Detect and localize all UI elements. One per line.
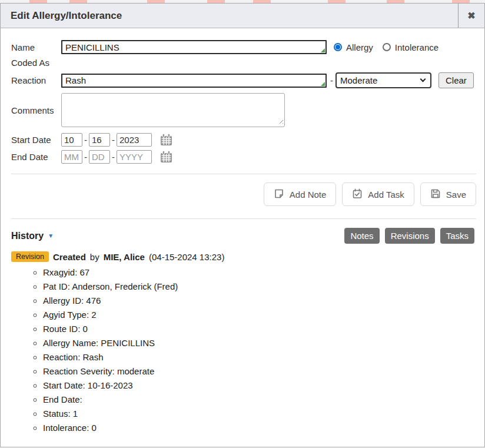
reaction-label: Reaction: [11, 75, 61, 85]
history-detail-item: Route ID: 0: [43, 324, 476, 334]
history-detail-list: Rxagyid: 67Pat ID: Anderson, Frederick (…: [11, 267, 476, 433]
name-input[interactable]: [61, 40, 327, 54]
history-detail-item: Start Date: 10-16-2023: [43, 380, 476, 390]
start-date-row: Start Date - -: [11, 133, 476, 147]
end-month-input[interactable]: [61, 150, 82, 164]
end-day-input[interactable]: [89, 150, 110, 164]
type-radio-group: Allergy Intolerance: [334, 42, 439, 52]
dialog-title: Edit Allergy/Intolerance: [1, 4, 458, 28]
comments-textarea[interactable]: [61, 93, 285, 127]
calendar-icon[interactable]: [160, 133, 173, 147]
date-dash: -: [84, 135, 87, 145]
history-heading: History: [11, 231, 44, 241]
add-task-label: Add Task: [368, 190, 404, 200]
reaction-input[interactable]: [61, 74, 327, 88]
end-year-input[interactable]: [117, 150, 152, 164]
history-detail-item: Intolerance: 0: [43, 423, 476, 433]
save-button[interactable]: Save: [420, 182, 476, 206]
coded-as-row: Coded As: [11, 58, 476, 68]
clear-button[interactable]: Clear: [439, 72, 474, 88]
history-filter-buttons: Notes Revisions Tasks: [344, 228, 476, 244]
history-detail-item: Allergy Name: PENICILLINS: [43, 338, 476, 348]
history-divider: [11, 218, 476, 219]
add-note-button[interactable]: Add Note: [264, 182, 337, 206]
entry-timestamp: (04-15-2024 13:23): [149, 252, 224, 262]
radio-unselected-icon: [383, 43, 391, 51]
note-icon: [274, 188, 284, 201]
entry-by-word: by: [90, 252, 99, 262]
dialog-body: Name Allergy Intolerance Coded As: [1, 28, 484, 447]
start-day-input[interactable]: [89, 133, 110, 147]
history-detail-item: Reaction: Rash: [43, 352, 476, 362]
history-entry-header: Revision Created by MIE, Alice (04-15-20…: [11, 251, 476, 262]
entry-author: MIE, Alice: [104, 252, 145, 262]
caret-down-icon: ▼: [48, 233, 54, 239]
history-detail-item: Status: 1: [43, 409, 476, 419]
end-date-row: End Date - -: [11, 150, 476, 164]
allergy-radio[interactable]: Allergy: [334, 42, 373, 52]
notes-button[interactable]: Notes: [344, 228, 379, 244]
reaction-severity-dash: -: [330, 75, 333, 85]
comments-label: Comments: [11, 105, 61, 115]
history-toggle[interactable]: History ▼: [11, 231, 54, 241]
form-divider: [11, 174, 476, 174]
history-detail-item: Allergy ID: 476: [43, 296, 476, 306]
dialog-header: Edit Allergy/Intolerance ✖: [1, 4, 484, 28]
severity-select[interactable]: Moderate: [335, 72, 431, 88]
save-label: Save: [446, 190, 466, 200]
revision-badge: Revision: [11, 251, 49, 262]
history-detail-item: Reaction Severity: moderate: [43, 366, 476, 376]
revisions-button[interactable]: Revisions: [385, 228, 435, 244]
add-task-button[interactable]: Add Task: [342, 182, 414, 206]
edit-allergy-dialog: Edit Allergy/Intolerance ✖ Name Allergy …: [0, 3, 485, 447]
history-detail-item: End Date:: [43, 394, 476, 404]
end-date-label: End Date: [11, 152, 61, 162]
history-detail-item: Rxagyid: 67: [43, 267, 476, 277]
date-dash: -: [112, 135, 115, 145]
allergy-radio-label: Allergy: [346, 42, 373, 52]
entry-action: Created: [53, 252, 86, 262]
radio-selected-icon: [334, 43, 342, 51]
comments-row: Comments: [11, 93, 476, 127]
history-header: History ▼ Notes Revisions Tasks: [11, 228, 476, 244]
close-button[interactable]: ✖: [458, 4, 484, 28]
intolerance-radio[interactable]: Intolerance: [383, 42, 439, 52]
start-year-input[interactable]: [117, 133, 152, 147]
reaction-row: Reaction - Moderate Clear: [11, 72, 476, 88]
calendar-icon[interactable]: [160, 150, 173, 164]
start-month-input[interactable]: [61, 133, 82, 147]
history-detail-item: Pat ID: Anderson, Frederick (Fred): [43, 281, 476, 291]
action-button-row: Add Note Add Task: [11, 182, 476, 206]
name-label: Name: [11, 42, 61, 52]
background-page-strip: [0, 0, 485, 3]
start-date-label: Start Date: [11, 135, 61, 145]
task-calendar-icon: [352, 188, 363, 201]
intolerance-radio-label: Intolerance: [395, 42, 439, 52]
history-detail-item: Agyid Type: 2: [43, 310, 476, 320]
close-icon: ✖: [467, 10, 475, 21]
name-row: Name Allergy Intolerance: [11, 40, 476, 54]
coded-as-label: Coded As: [11, 58, 61, 68]
date-dash: -: [112, 152, 115, 162]
save-icon: [430, 188, 441, 201]
date-dash: -: [84, 152, 87, 162]
tasks-button[interactable]: Tasks: [440, 228, 474, 244]
add-note-label: Add Note: [290, 190, 327, 200]
